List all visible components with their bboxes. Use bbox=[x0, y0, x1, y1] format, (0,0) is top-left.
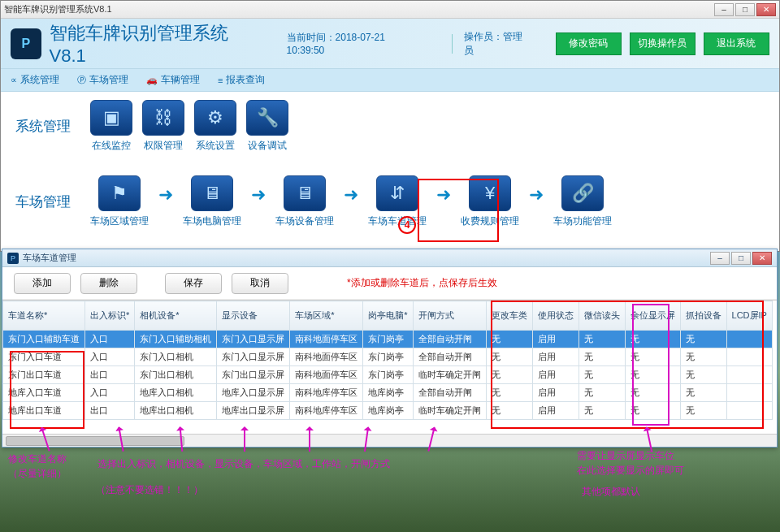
col-header[interactable]: 余位显示屏 bbox=[625, 301, 680, 331]
table-cell[interactable]: 无 bbox=[578, 348, 625, 366]
col-header[interactable]: 开闸方式 bbox=[413, 301, 486, 331]
col-header[interactable]: 车场区域* bbox=[290, 301, 363, 331]
table-cell[interactable] bbox=[726, 384, 772, 402]
table-cell[interactable]: 无 bbox=[625, 331, 680, 348]
table-cell[interactable]: 无 bbox=[486, 402, 532, 420]
col-header[interactable]: LCD屏IP bbox=[726, 301, 772, 331]
table-cell[interactable]: 启用 bbox=[532, 384, 578, 402]
table-cell[interactable]: 无 bbox=[625, 402, 680, 420]
table-cell[interactable]: 南科地面停车区 bbox=[290, 331, 363, 348]
table-cell[interactable]: 东门岗亭 bbox=[363, 348, 413, 366]
table-cell[interactable]: 无 bbox=[486, 384, 532, 402]
table-cell[interactable]: 启用 bbox=[532, 331, 578, 348]
col-header[interactable]: 车道名称* bbox=[3, 301, 85, 331]
table-cell[interactable]: 无 bbox=[486, 331, 532, 348]
table-cell[interactable]: 地库出口车道 bbox=[3, 402, 85, 420]
table-cell[interactable]: 入口 bbox=[85, 348, 135, 366]
table-cell[interactable]: 启用 bbox=[532, 348, 578, 366]
table-cell[interactable]: 南科地库停车区 bbox=[290, 402, 363, 420]
table-cell[interactable]: 无 bbox=[680, 402, 726, 420]
card-func-mgmt[interactable]: 🔗车场功能管理 bbox=[553, 175, 612, 228]
table-cell[interactable]: 东门入口显示屏 bbox=[217, 331, 290, 348]
table-cell[interactable]: 无 bbox=[625, 348, 680, 366]
table-cell[interactable]: 无 bbox=[578, 384, 625, 402]
table-cell[interactable]: 临时车确定开闸 bbox=[413, 366, 486, 384]
table-cell[interactable]: 地库入口显示屏 bbox=[217, 384, 290, 402]
table-row[interactable]: 东门出口车道出口东门出口相机东门出口显示屏南科地面停车区东门岗亭临时车确定开闸无… bbox=[3, 366, 773, 384]
table-cell[interactable]: 无 bbox=[486, 366, 532, 384]
delete-button[interactable]: 删除 bbox=[80, 273, 137, 294]
sub-close-button[interactable]: ✕ bbox=[752, 252, 772, 265]
table-cell[interactable]: 全部自动开闸 bbox=[413, 348, 486, 366]
table-cell[interactable]: 无 bbox=[680, 384, 726, 402]
add-button[interactable]: 添加 bbox=[14, 273, 71, 294]
table-cell[interactable]: 无 bbox=[680, 348, 726, 366]
table-cell[interactable]: 东门入口车道 bbox=[3, 348, 85, 366]
table-cell[interactable]: 全部自动开闸 bbox=[413, 331, 486, 348]
table-cell[interactable]: 无 bbox=[578, 402, 625, 420]
col-header[interactable]: 抓拍设备 bbox=[680, 301, 726, 331]
table-cell[interactable]: 东门出口相机 bbox=[135, 366, 217, 384]
scrollbar-thumb[interactable] bbox=[6, 436, 184, 446]
menu-parking[interactable]: Ⓟ车场管理 bbox=[77, 73, 128, 87]
table-cell[interactable]: 入口 bbox=[85, 331, 135, 348]
sub-maximize-button[interactable]: □ bbox=[731, 252, 751, 265]
change-password-button[interactable]: 修改密码 bbox=[556, 32, 622, 55]
table-cell[interactable] bbox=[726, 402, 772, 420]
maximize-button[interactable]: □ bbox=[735, 3, 755, 16]
table-cell[interactable]: 东门入口辅助相机 bbox=[135, 331, 217, 348]
table-cell[interactable]: 出口 bbox=[85, 402, 135, 420]
menu-system[interactable]: ∝系统管理 bbox=[11, 73, 59, 87]
card-online-monitor[interactable]: ▣在线监控 bbox=[90, 100, 132, 153]
table-cell[interactable]: 无 bbox=[486, 348, 532, 366]
table-cell[interactable]: 地库入口车道 bbox=[3, 384, 85, 402]
table-cell[interactable]: 地库出口相机 bbox=[135, 402, 217, 420]
exit-system-button[interactable]: 退出系统 bbox=[704, 32, 769, 55]
table-cell[interactable]: 东门岗亭 bbox=[363, 331, 413, 348]
menu-report[interactable]: ≡报表查询 bbox=[218, 73, 265, 87]
table-cell[interactable]: 启用 bbox=[532, 366, 578, 384]
table-cell[interactable]: 东门岗亭 bbox=[363, 366, 413, 384]
table-cell[interactable]: 入口 bbox=[85, 384, 135, 402]
menu-vehicle[interactable]: 🚗车辆管理 bbox=[146, 73, 200, 87]
col-header[interactable]: 岗亭电脑* bbox=[363, 301, 413, 331]
table-cell[interactable]: 无 bbox=[680, 366, 726, 384]
table-row[interactable]: 地库出口车道出口地库出口相机地库出口显示屏南科地库停车区地库岗亭临时车确定开闸无… bbox=[3, 402, 773, 420]
card-pc-mgmt[interactable]: 🖥车场电脑管理 bbox=[183, 175, 241, 228]
table-cell[interactable]: 出口 bbox=[85, 366, 135, 384]
card-area-mgmt[interactable]: ⚑车场区域管理 bbox=[90, 175, 149, 228]
table-cell[interactable]: 无 bbox=[578, 366, 625, 384]
table-cell[interactable]: 无 bbox=[578, 331, 625, 348]
col-header[interactable]: 更改车类 bbox=[486, 301, 532, 331]
lane-grid-wrap[interactable]: 车道名称*出入标识*相机设备*显示设备车场区域*岗亭电脑*开闸方式更改车类使用状… bbox=[2, 300, 777, 430]
table-cell[interactable]: 地库岗亭 bbox=[363, 384, 413, 402]
table-cell[interactable]: 地库入口相机 bbox=[135, 384, 217, 402]
col-header[interactable]: 使用状态 bbox=[532, 301, 578, 331]
horizontal-scrollbar[interactable] bbox=[2, 434, 777, 447]
col-header[interactable]: 显示设备 bbox=[217, 301, 290, 331]
table-cell[interactable]: 启用 bbox=[532, 402, 578, 420]
table-row[interactable]: 东门入口辅助车道入口东门入口辅助相机东门入口显示屏南科地面停车区东门岗亭全部自动… bbox=[3, 331, 773, 348]
table-cell[interactable]: 临时车确定开闸 bbox=[413, 402, 486, 420]
table-row[interactable]: 地库入口车道入口地库入口相机地库入口显示屏南科地库停车区地库岗亭全部自动开闸无启… bbox=[3, 384, 773, 402]
card-debug[interactable]: 🔧设备调试 bbox=[246, 100, 288, 153]
switch-operator-button[interactable]: 切换操作员 bbox=[630, 32, 696, 55]
table-cell[interactable]: 无 bbox=[625, 384, 680, 402]
sub-minimize-button[interactable]: – bbox=[710, 252, 730, 265]
table-cell[interactable]: 南科地面停车区 bbox=[290, 366, 363, 384]
table-cell[interactable]: 东门出口车道 bbox=[3, 366, 85, 384]
card-permission[interactable]: ⛓权限管理 bbox=[142, 100, 184, 153]
col-header[interactable]: 出入标识* bbox=[85, 301, 135, 331]
col-header[interactable]: 微信读头 bbox=[578, 301, 625, 331]
table-cell[interactable]: 地库出口显示屏 bbox=[217, 402, 290, 420]
table-cell[interactable] bbox=[726, 331, 772, 348]
table-cell[interactable]: 东门出口显示屏 bbox=[217, 366, 290, 384]
close-button[interactable]: ✕ bbox=[756, 3, 776, 16]
table-cell[interactable]: 东门入口辅助车道 bbox=[3, 331, 85, 348]
table-cell[interactable]: 地库岗亭 bbox=[363, 402, 413, 420]
table-cell[interactable]: 全部自动开闸 bbox=[413, 384, 486, 402]
save-button[interactable]: 保存 bbox=[165, 273, 222, 294]
table-cell[interactable]: 南科地面停车区 bbox=[290, 348, 363, 366]
table-cell[interactable]: 东门入口相机 bbox=[135, 348, 217, 366]
minimize-button[interactable]: – bbox=[714, 3, 734, 16]
